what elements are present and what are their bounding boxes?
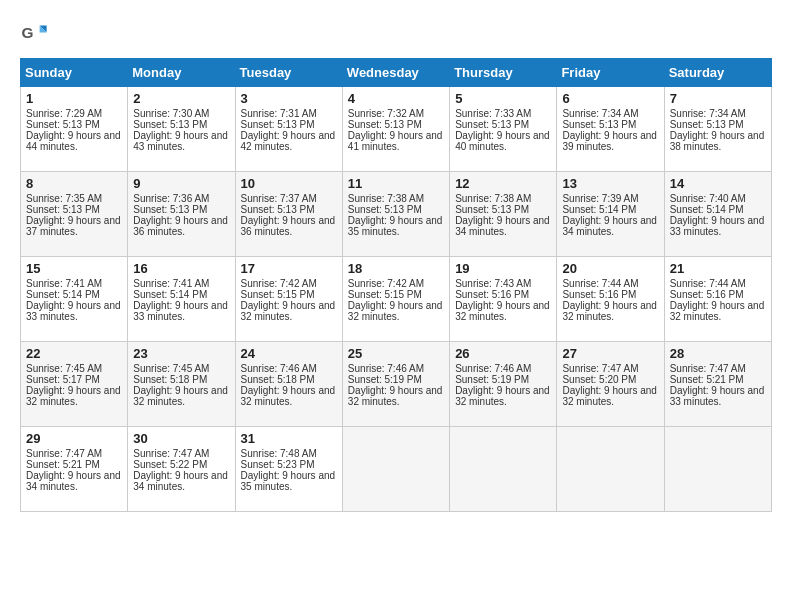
sunset-text: Sunset: 5:13 PM: [241, 119, 337, 130]
daylight-text: Daylight: 9 hours and 34 minutes.: [455, 215, 551, 237]
sunset-text: Sunset: 5:14 PM: [670, 204, 766, 215]
day-number: 13: [562, 176, 658, 191]
daylight-text: Daylight: 9 hours and 32 minutes.: [241, 385, 337, 407]
sunset-text: Sunset: 5:20 PM: [562, 374, 658, 385]
sunset-text: Sunset: 5:13 PM: [26, 119, 122, 130]
daylight-text: Daylight: 9 hours and 38 minutes.: [670, 130, 766, 152]
calendar-week-row: 29Sunrise: 7:47 AMSunset: 5:21 PMDayligh…: [21, 427, 772, 512]
daylight-text: Daylight: 9 hours and 33 minutes.: [670, 215, 766, 237]
calendar-week-row: 8Sunrise: 7:35 AMSunset: 5:13 PMDaylight…: [21, 172, 772, 257]
daylight-text: Daylight: 9 hours and 36 minutes.: [133, 215, 229, 237]
sunset-text: Sunset: 5:14 PM: [133, 289, 229, 300]
sunset-text: Sunset: 5:19 PM: [455, 374, 551, 385]
calendar-cell: 3Sunrise: 7:31 AMSunset: 5:13 PMDaylight…: [235, 87, 342, 172]
day-number: 3: [241, 91, 337, 106]
daylight-text: Daylight: 9 hours and 32 minutes.: [670, 300, 766, 322]
header-wednesday: Wednesday: [342, 59, 449, 87]
day-number: 23: [133, 346, 229, 361]
calendar-week-row: 1Sunrise: 7:29 AMSunset: 5:13 PMDaylight…: [21, 87, 772, 172]
sunset-text: Sunset: 5:13 PM: [670, 119, 766, 130]
logo: G: [20, 20, 52, 48]
day-number: 18: [348, 261, 444, 276]
calendar-week-row: 22Sunrise: 7:45 AMSunset: 5:17 PMDayligh…: [21, 342, 772, 427]
calendar-cell: 9Sunrise: 7:36 AMSunset: 5:13 PMDaylight…: [128, 172, 235, 257]
calendar-cell: 8Sunrise: 7:35 AMSunset: 5:13 PMDaylight…: [21, 172, 128, 257]
day-number: 6: [562, 91, 658, 106]
sunset-text: Sunset: 5:21 PM: [26, 459, 122, 470]
calendar-cell: 29Sunrise: 7:47 AMSunset: 5:21 PMDayligh…: [21, 427, 128, 512]
day-number: 17: [241, 261, 337, 276]
daylight-text: Daylight: 9 hours and 32 minutes.: [241, 300, 337, 322]
logo-icon: G: [20, 20, 48, 48]
calendar-cell: 31Sunrise: 7:48 AMSunset: 5:23 PMDayligh…: [235, 427, 342, 512]
calendar-cell: [664, 427, 771, 512]
calendar-cell: [342, 427, 449, 512]
daylight-text: Daylight: 9 hours and 32 minutes.: [562, 385, 658, 407]
sunrise-text: Sunrise: 7:36 AM: [133, 193, 229, 204]
sunrise-text: Sunrise: 7:47 AM: [670, 363, 766, 374]
calendar-cell: [557, 427, 664, 512]
daylight-text: Daylight: 9 hours and 43 minutes.: [133, 130, 229, 152]
day-number: 4: [348, 91, 444, 106]
sunset-text: Sunset: 5:21 PM: [670, 374, 766, 385]
daylight-text: Daylight: 9 hours and 39 minutes.: [562, 130, 658, 152]
calendar-cell: [450, 427, 557, 512]
daylight-text: Daylight: 9 hours and 34 minutes.: [133, 470, 229, 492]
calendar-cell: 27Sunrise: 7:47 AMSunset: 5:20 PMDayligh…: [557, 342, 664, 427]
calendar-cell: 19Sunrise: 7:43 AMSunset: 5:16 PMDayligh…: [450, 257, 557, 342]
sunrise-text: Sunrise: 7:45 AM: [26, 363, 122, 374]
day-number: 8: [26, 176, 122, 191]
page-header: G: [20, 20, 772, 48]
day-number: 9: [133, 176, 229, 191]
daylight-text: Daylight: 9 hours and 32 minutes.: [455, 300, 551, 322]
sunset-text: Sunset: 5:18 PM: [133, 374, 229, 385]
sunrise-text: Sunrise: 7:44 AM: [562, 278, 658, 289]
daylight-text: Daylight: 9 hours and 32 minutes.: [133, 385, 229, 407]
day-number: 15: [26, 261, 122, 276]
sunrise-text: Sunrise: 7:48 AM: [241, 448, 337, 459]
day-number: 21: [670, 261, 766, 276]
day-number: 24: [241, 346, 337, 361]
sunset-text: Sunset: 5:15 PM: [241, 289, 337, 300]
header-sunday: Sunday: [21, 59, 128, 87]
sunrise-text: Sunrise: 7:44 AM: [670, 278, 766, 289]
sunset-text: Sunset: 5:16 PM: [670, 289, 766, 300]
calendar-cell: 2Sunrise: 7:30 AMSunset: 5:13 PMDaylight…: [128, 87, 235, 172]
calendar-table: SundayMondayTuesdayWednesdayThursdayFrid…: [20, 58, 772, 512]
sunrise-text: Sunrise: 7:34 AM: [562, 108, 658, 119]
calendar-cell: 15Sunrise: 7:41 AMSunset: 5:14 PMDayligh…: [21, 257, 128, 342]
daylight-text: Daylight: 9 hours and 33 minutes.: [133, 300, 229, 322]
sunrise-text: Sunrise: 7:43 AM: [455, 278, 551, 289]
calendar-cell: 22Sunrise: 7:45 AMSunset: 5:17 PMDayligh…: [21, 342, 128, 427]
calendar-cell: 28Sunrise: 7:47 AMSunset: 5:21 PMDayligh…: [664, 342, 771, 427]
calendar-cell: 21Sunrise: 7:44 AMSunset: 5:16 PMDayligh…: [664, 257, 771, 342]
calendar-cell: 14Sunrise: 7:40 AMSunset: 5:14 PMDayligh…: [664, 172, 771, 257]
calendar-cell: 12Sunrise: 7:38 AMSunset: 5:13 PMDayligh…: [450, 172, 557, 257]
sunset-text: Sunset: 5:17 PM: [26, 374, 122, 385]
sunset-text: Sunset: 5:15 PM: [348, 289, 444, 300]
daylight-text: Daylight: 9 hours and 33 minutes.: [26, 300, 122, 322]
calendar-cell: 13Sunrise: 7:39 AMSunset: 5:14 PMDayligh…: [557, 172, 664, 257]
sunset-text: Sunset: 5:13 PM: [455, 204, 551, 215]
calendar-cell: 11Sunrise: 7:38 AMSunset: 5:13 PMDayligh…: [342, 172, 449, 257]
sunrise-text: Sunrise: 7:39 AM: [562, 193, 658, 204]
sunset-text: Sunset: 5:19 PM: [348, 374, 444, 385]
day-number: 29: [26, 431, 122, 446]
day-number: 27: [562, 346, 658, 361]
calendar-cell: 1Sunrise: 7:29 AMSunset: 5:13 PMDaylight…: [21, 87, 128, 172]
daylight-text: Daylight: 9 hours and 44 minutes.: [26, 130, 122, 152]
daylight-text: Daylight: 9 hours and 33 minutes.: [670, 385, 766, 407]
sunset-text: Sunset: 5:16 PM: [455, 289, 551, 300]
sunset-text: Sunset: 5:13 PM: [241, 204, 337, 215]
daylight-text: Daylight: 9 hours and 32 minutes.: [348, 300, 444, 322]
sunrise-text: Sunrise: 7:47 AM: [26, 448, 122, 459]
daylight-text: Daylight: 9 hours and 37 minutes.: [26, 215, 122, 237]
sunrise-text: Sunrise: 7:42 AM: [241, 278, 337, 289]
sunrise-text: Sunrise: 7:33 AM: [455, 108, 551, 119]
sunrise-text: Sunrise: 7:32 AM: [348, 108, 444, 119]
header-saturday: Saturday: [664, 59, 771, 87]
sunrise-text: Sunrise: 7:31 AM: [241, 108, 337, 119]
sunset-text: Sunset: 5:13 PM: [455, 119, 551, 130]
svg-text:G: G: [21, 24, 33, 41]
sunrise-text: Sunrise: 7:47 AM: [133, 448, 229, 459]
